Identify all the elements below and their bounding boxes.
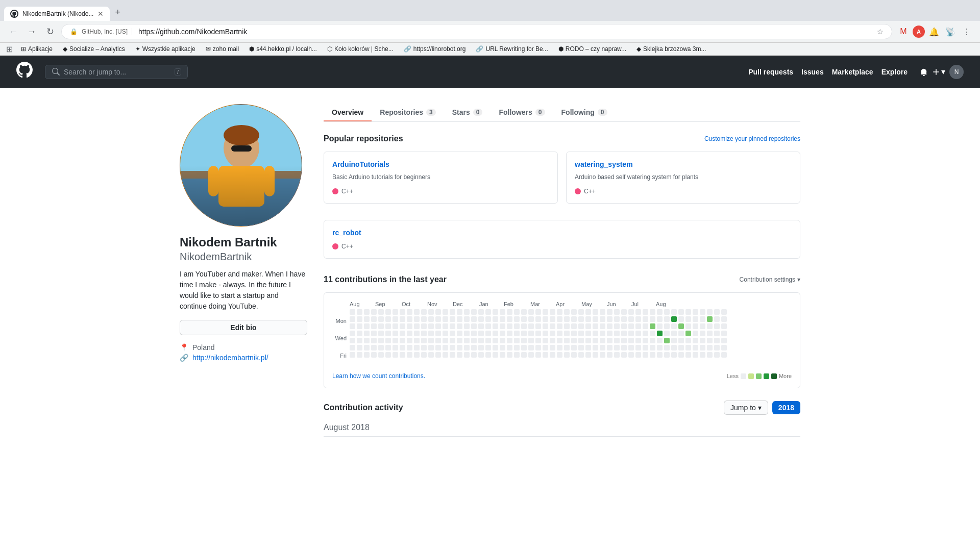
tab-overview[interactable]: Overview	[324, 104, 372, 121]
apps-grid-icon[interactable]: ⊞	[6, 44, 13, 54]
cast-icon[interactable]: 📡	[943, 24, 958, 39]
contrib-cell	[457, 345, 462, 350]
contrib-cell	[435, 316, 441, 322]
bookmark-kolo[interactable]: ⬡ Koło kolorów | Sche...	[323, 44, 398, 54]
contrib-cell	[514, 316, 520, 322]
day-label-wed: Wed	[332, 335, 347, 342]
repo-name-arduino[interactable]: ArduinoTutorials	[332, 160, 389, 168]
contrib-week	[535, 309, 541, 368]
contrib-cell	[543, 331, 548, 336]
contrib-week	[650, 309, 655, 368]
contrib-cell	[657, 323, 663, 329]
contrib-cell	[400, 331, 405, 336]
tab-repositories[interactable]: Repositories 3	[372, 104, 444, 121]
forward-button[interactable]: →	[24, 24, 39, 39]
link-icon: 🔗	[180, 354, 188, 362]
active-tab[interactable]: NikodemBartnik (Nikode... ✕	[4, 7, 110, 21]
bookmark-star-icon[interactable]: ☆	[877, 28, 884, 36]
nav-pull-requests[interactable]: Pull requests	[748, 68, 793, 76]
contrib-cell	[450, 323, 455, 329]
jump-to-button[interactable]: Jump to ▾	[724, 400, 768, 415]
learn-contributions-link[interactable]: Learn how we count contributions.	[332, 372, 425, 380]
reload-button[interactable]: ↻	[43, 24, 57, 39]
contrib-cell	[464, 331, 470, 336]
back-button[interactable]: ←	[6, 24, 20, 39]
contrib-cell	[650, 338, 655, 343]
tab-following[interactable]: Following 0	[553, 104, 616, 121]
tab-followers[interactable]: Followers 0	[491, 104, 553, 121]
contrib-cell	[585, 331, 591, 336]
lang-label-arduino: C++	[341, 188, 353, 195]
contrib-cell	[693, 316, 698, 322]
contrib-cell	[421, 323, 427, 329]
contribution-settings-button[interactable]: Contribution settings ▾	[740, 276, 800, 283]
contrib-cell	[721, 331, 727, 336]
contrib-cell	[593, 309, 598, 315]
bookmark-url-rewriting[interactable]: 🔗 URL Rewriting for Be...	[472, 44, 552, 54]
search-bar[interactable]: /	[45, 65, 188, 79]
profile-icon[interactable]: A	[913, 26, 925, 38]
tab-close-button[interactable]: ✕	[97, 10, 104, 18]
day-label-mon: Mon	[332, 318, 347, 325]
contrib-cell	[414, 309, 420, 315]
bookmark-socialize[interactable]: ◆ Socialize – Analytics	[59, 44, 129, 54]
contrib-cell	[421, 331, 427, 336]
contrib-cell	[350, 338, 355, 343]
bookmark-wszystkie[interactable]: ✦ Wszystkie aplikacje	[131, 44, 200, 54]
new-menu-button[interactable]: ▾	[932, 67, 945, 77]
contrib-cell	[664, 309, 670, 315]
contrib-week	[371, 309, 377, 368]
bookmark-icon: ✦	[135, 45, 140, 53]
month-sep: Sep	[375, 301, 402, 307]
contrib-cell	[485, 338, 491, 343]
search-input[interactable]	[64, 68, 170, 76]
contrib-cell	[671, 338, 677, 343]
gmail-icon[interactable]: M	[896, 24, 911, 39]
bookmark-zoho[interactable]: ✉ zoho mail	[202, 44, 243, 54]
bookmark-aplikacje[interactable]: ⊞ Aplikacje	[17, 44, 57, 54]
tab-followers-count: 0	[535, 109, 545, 116]
contrib-cell	[400, 316, 405, 322]
contrib-week	[643, 309, 648, 368]
bookmark-rodo[interactable]: ⬢ RODO – czy napraw...	[554, 44, 630, 54]
nav-explore[interactable]: Explore	[881, 68, 908, 76]
contrib-cell	[664, 345, 670, 350]
bookmark-sklejka[interactable]: ◆ Sklejka brzozowa 3m...	[632, 44, 710, 54]
contrib-week	[657, 309, 663, 368]
contrib-cell	[600, 316, 605, 322]
address-bar[interactable]: 🔒 GitHub, Inc. [US] https://github.com/N…	[61, 24, 892, 39]
customize-pinned-link[interactable]: Customize your pinned repositories	[704, 135, 800, 142]
bookmark-s44[interactable]: ⬢ s44.hekko.pl / localh...	[245, 44, 321, 54]
contrib-cell	[385, 331, 391, 336]
contrib-cell	[371, 338, 377, 343]
contrib-week	[528, 309, 534, 368]
contrib-cell	[543, 352, 548, 358]
repo-name-watering[interactable]: watering_system	[575, 160, 633, 168]
contribution-activity-header: Contribution activity Jump to ▾ 2018	[324, 400, 800, 415]
popular-repos-header: Popular repositories Customize your pinn…	[324, 134, 800, 143]
notification-icon[interactable]: 🔔	[927, 24, 941, 39]
tab-stars[interactable]: Stars 0	[444, 104, 491, 121]
bookmark-linorobot[interactable]: 🔗 https://linorobot.org	[400, 44, 470, 54]
day-labels: Mon Wed Fri	[332, 309, 347, 368]
chrome-menu[interactable]: ⋮	[960, 24, 974, 39]
repo-name-rc-robot[interactable]: rc_robot	[332, 229, 361, 237]
github-logo[interactable]	[16, 62, 33, 82]
contrib-cell	[593, 316, 598, 322]
edit-bio-button[interactable]: Edit bio	[180, 320, 307, 335]
contrib-cell	[443, 338, 448, 343]
contrib-cell	[564, 309, 570, 315]
user-avatar-button[interactable]: N	[949, 65, 964, 79]
notifications-button[interactable]	[920, 68, 928, 76]
contrib-cell	[393, 309, 398, 315]
website-link[interactable]: http://nikodembartnik.pl/	[192, 354, 268, 362]
contrib-cell	[485, 345, 491, 350]
profile-username: NikodemBartnik	[180, 251, 307, 263]
contrib-cell	[678, 345, 684, 350]
nav-issues[interactable]: Issues	[801, 68, 824, 76]
new-tab-button[interactable]: +	[110, 4, 126, 21]
contrib-cell	[535, 338, 541, 343]
nav-marketplace[interactable]: Marketplace	[832, 68, 873, 76]
contrib-cell	[514, 338, 520, 343]
contrib-cell	[543, 345, 548, 350]
